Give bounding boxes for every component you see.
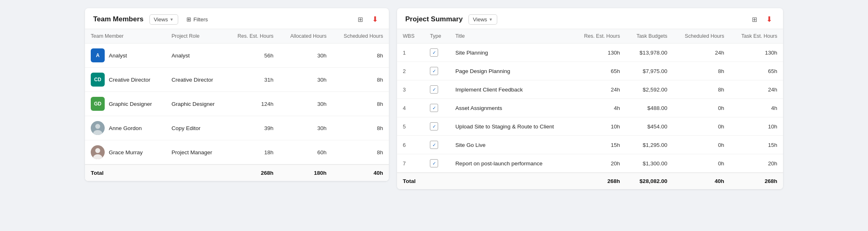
member-name: Graphic Designer	[109, 101, 152, 107]
team-members-header: Team Members Views ▼ ⊞ Filters ⊞ ⬇	[85, 8, 389, 29]
member-res-est: 31h	[227, 68, 279, 92]
task-title: Report on post-launch performance	[450, 154, 573, 173]
total-task-est: 268h	[730, 173, 783, 189]
task-est: 4h	[730, 99, 783, 117]
filters-button[interactable]: ⊞ Filters	[182, 14, 212, 24]
wbs-number: 6	[397, 136, 424, 154]
task-est: 65h	[730, 62, 783, 80]
chevron-down-icon: ▼	[489, 17, 493, 22]
task-est: 15h	[730, 136, 783, 154]
task-budget: $488.00	[626, 99, 673, 117]
task-budget: $454.00	[626, 117, 673, 136]
task-title: Asset Assignments	[450, 99, 573, 117]
wbs-number: 2	[397, 62, 424, 80]
task-scheduled: 8h	[673, 62, 730, 80]
col-task-budgets: Task Budgets	[626, 29, 673, 43]
team-members-views-button[interactable]: Views ▼	[149, 14, 178, 25]
total-res-est: 268h	[573, 173, 626, 189]
member-cell: Anne Gordon	[91, 121, 160, 135]
project-summary-header-row: WBS Type Title Res. Est. Hours Task Budg…	[397, 29, 783, 43]
member-name: Creative Director	[109, 77, 150, 83]
table-row: Grace Murray Project Manager 18h 60h 8h	[85, 140, 389, 165]
project-summary-views-button[interactable]: Views ▼	[468, 14, 497, 25]
filter-icon: ⊞	[186, 16, 191, 23]
team-members-total-row: Total 268h 180h 40h	[85, 165, 389, 181]
task-type-icon: ✓	[430, 48, 438, 57]
task-title: Site Go Live	[450, 136, 573, 154]
member-scheduled: 8h	[332, 116, 389, 140]
wbs-number: 3	[397, 80, 424, 99]
task-scheduled: 0h	[673, 99, 730, 117]
task-type-icon: ✓	[430, 141, 438, 149]
avatar: A	[91, 48, 105, 62]
task-res-est: 4h	[573, 99, 626, 117]
member-res-est: 18h	[227, 140, 279, 165]
total-res-est: 268h	[227, 165, 279, 181]
table-row: 1 ✓ Site Planning 130h $13,978.00 24h 13…	[397, 43, 783, 62]
member-allocated: 30h	[279, 68, 332, 92]
task-res-est: 10h	[573, 117, 626, 136]
wbs-number: 7	[397, 154, 424, 173]
download-icon: ⬇	[766, 15, 772, 23]
col-task-est: Task Est. Hours	[730, 29, 783, 43]
table-row: A Analyst Analyst 56h 30h 8h	[85, 43, 389, 68]
wbs-number: 1	[397, 43, 424, 62]
task-scheduled: 0h	[673, 117, 730, 136]
member-allocated: 30h	[279, 116, 332, 140]
task-type-icon: ✓	[430, 159, 438, 167]
task-scheduled: 24h	[673, 43, 730, 62]
table-row: 4 ✓ Asset Assignments 4h $488.00 0h 4h	[397, 99, 783, 117]
member-scheduled: 8h	[332, 43, 389, 68]
member-res-est: 56h	[227, 43, 279, 68]
table-row: 7 ✓ Report on post-launch performance 20…	[397, 154, 783, 173]
table-row: CD Creative Director Creative Director 3…	[85, 68, 389, 92]
col-role: Project Role	[166, 29, 227, 43]
task-budget: $7,975.00	[626, 62, 673, 80]
avatar	[91, 145, 105, 159]
task-est: 20h	[730, 154, 783, 173]
table-row: Anne Gordon Copy Editor 39h 30h 8h	[85, 116, 389, 140]
member-role: Analyst	[166, 43, 227, 68]
wbs-number: 4	[397, 99, 424, 117]
task-type-icon: ✓	[430, 85, 438, 94]
task-scheduled: 8h	[673, 80, 730, 99]
member-name: Grace Murray	[109, 149, 143, 156]
task-budget: $1,300.00	[626, 154, 673, 173]
member-res-est: 124h	[227, 92, 279, 116]
project-summary-table: WBS Type Title Res. Est. Hours Task Budg…	[397, 29, 783, 189]
task-res-est: 65h	[573, 62, 626, 80]
project-summary-total-row: Total 268h $28,082.00 40h 268h	[397, 173, 783, 189]
total-label: Total	[85, 165, 166, 181]
project-summary-title: Project Summary	[405, 15, 463, 23]
grid-view-button[interactable]: ⊞	[749, 15, 760, 24]
grid-icon: ⊞	[358, 16, 363, 23]
download-button[interactable]: ⬇	[370, 14, 381, 25]
svg-point-0	[95, 124, 100, 129]
team-members-table-header-row: Team Member Project Role Res. Est. Hours…	[85, 29, 389, 43]
member-allocated: 30h	[279, 92, 332, 116]
grid-view-button[interactable]: ⊞	[355, 15, 365, 24]
member-cell: A Analyst	[91, 48, 160, 62]
task-title: Site Planning	[450, 43, 573, 62]
avatar	[91, 121, 105, 135]
col-scheduled: Scheduled Hours	[673, 29, 730, 43]
table-row: 2 ✓ Page Design Planning 65h $7,975.00 8…	[397, 62, 783, 80]
task-scheduled: 0h	[673, 136, 730, 154]
member-scheduled: 8h	[332, 140, 389, 165]
avatar: GD	[91, 97, 105, 111]
project-summary-panel: Project Summary Views ▼ ⊞ ⬇ WBS Type Tit…	[397, 8, 783, 189]
download-button[interactable]: ⬇	[764, 14, 775, 25]
table-row: 3 ✓ Implement Client Feedback 24h $2,592…	[397, 80, 783, 99]
member-scheduled: 8h	[332, 92, 389, 116]
task-title: Upload Site to Staging & Route to Client	[450, 117, 573, 136]
task-est: 10h	[730, 117, 783, 136]
col-scheduled: Scheduled Hours	[332, 29, 389, 43]
member-role: Graphic Designer	[166, 92, 227, 116]
col-type: Type	[424, 29, 450, 43]
col-title: Title	[450, 29, 573, 43]
task-budget: $13,978.00	[626, 43, 673, 62]
member-allocated: 30h	[279, 43, 332, 68]
table-row: GD Graphic Designer Graphic Designer 124…	[85, 92, 389, 116]
total-scheduled: 40h	[673, 173, 730, 189]
task-est: 130h	[730, 43, 783, 62]
